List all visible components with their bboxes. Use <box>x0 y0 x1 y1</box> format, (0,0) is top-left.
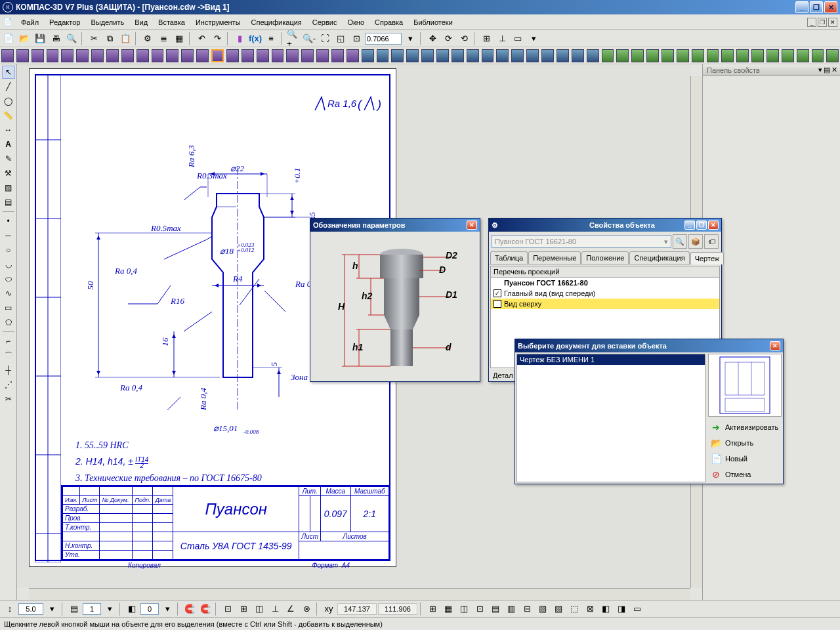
save-icon[interactable]: 💾 <box>33 32 47 46</box>
lib-btn-4[interactable] <box>61 49 74 62</box>
copy-icon[interactable]: ⧉ <box>102 32 117 46</box>
sn4-icon[interactable]: ⊥ <box>268 602 282 616</box>
lib-btn-8[interactable] <box>121 49 134 62</box>
geom-icon[interactable]: ◯ <box>2 94 15 108</box>
lib-btn-0[interactable] <box>1 49 14 62</box>
refresh-icon[interactable]: ⟲ <box>457 32 471 46</box>
seg-icon[interactable]: ─ <box>2 229 15 242</box>
insert-doc-list[interactable]: Чертеж БЕЗ ИМЕНИ 1 <box>516 354 705 482</box>
dlg-insert-close-icon[interactable]: ✕ <box>770 341 780 350</box>
menu-7[interactable]: Сервис <box>307 16 343 28</box>
dlg-props-min-icon[interactable]: _ <box>684 220 695 230</box>
paste-icon[interactable]: 📋 <box>118 32 133 46</box>
props-tab-3[interactable]: Спецификация <box>629 251 689 264</box>
props-row-2[interactable]: Вид сверху <box>491 299 719 309</box>
lib-btn-49[interactable] <box>736 49 749 62</box>
bottom-btn-10[interactable]: ⊠ <box>583 602 597 616</box>
layer-icon[interactable]: ≣ <box>156 32 171 46</box>
spline-icon[interactable]: ∿ <box>2 287 15 300</box>
lib-btn-44[interactable] <box>662 49 674 62</box>
param-icon[interactable]: ⚒ <box>2 167 15 180</box>
redo-icon[interactable]: ↷ <box>210 32 224 46</box>
menu-4[interactable]: Вставка <box>153 16 190 28</box>
bottom-btn-11[interactable]: ◧ <box>598 602 613 616</box>
bottom-btn-8[interactable]: ▨ <box>551 602 566 616</box>
fx-button[interactable]: f(x) <box>248 32 262 46</box>
dialog-parameters[interactable]: Обозначения параметров ✕ Hhh2h1 D2DD1d <box>310 218 480 382</box>
rotate-icon[interactable]: ⟳ <box>441 32 455 46</box>
lib-btn-42[interactable] <box>631 49 644 62</box>
snap-icon[interactable]: ⊞ <box>479 32 494 46</box>
lib-btn-40[interactable] <box>602 49 614 62</box>
axis-icon[interactable]: ┼ <box>2 364 15 377</box>
fillet-icon[interactable]: ⌒ <box>2 349 15 362</box>
props-opts-icon[interactable]: ▤ <box>824 66 830 74</box>
props-row-0[interactable]: Пуансон ГОСТ 16621-80 <box>491 278 719 288</box>
circle-icon[interactable]: ○ <box>2 243 15 257</box>
insert-new-button[interactable]: 📄Новый <box>708 451 782 467</box>
bottom-btn-2[interactable]: ◫ <box>457 602 471 616</box>
bottom-btn-0[interactable]: ⊞ <box>425 602 440 616</box>
aux-icon[interactable]: ⋰ <box>2 378 15 391</box>
props-row-1[interactable]: ✓Главный вид (вид спереди) <box>491 288 719 299</box>
insert-doc-item[interactable]: Чертеж БЕЗ ИМЕНИ 1 <box>517 354 705 365</box>
lib-btn-5[interactable] <box>76 49 89 62</box>
props-find-icon[interactable]: 🔍 <box>673 234 687 249</box>
lib-btn-43[interactable] <box>646 49 659 62</box>
lib-btn-7[interactable] <box>106 49 119 62</box>
mdi-close[interactable]: ✕ <box>828 18 837 27</box>
step-input[interactable] <box>18 603 43 615</box>
lib-btn-2[interactable] <box>32 49 44 62</box>
lib-btn-48[interactable] <box>721 49 734 62</box>
lib-btn-1[interactable] <box>16 49 29 62</box>
trim-icon[interactable]: ✂ <box>2 392 15 406</box>
line-icon[interactable]: ╱ <box>2 80 15 93</box>
menu-2[interactable]: Выделить <box>85 16 129 28</box>
bottom-btn-6[interactable]: ⊟ <box>520 602 534 616</box>
lib-btn-14[interactable] <box>211 49 224 62</box>
lib-btn-51[interactable] <box>766 49 779 62</box>
lib-btn-18[interactable] <box>272 49 284 62</box>
lib-btn-55[interactable] <box>826 49 839 62</box>
lib-btn-34[interactable] <box>511 49 524 62</box>
lib-btn-47[interactable] <box>707 49 719 62</box>
zoom-out-icon[interactable]: 🔍- <box>302 32 316 46</box>
select-icon[interactable]: ↖ <box>2 66 15 79</box>
var-icon[interactable]: ≡ <box>264 32 278 46</box>
lib-btn-6[interactable] <box>91 49 104 62</box>
xy-icon[interactable]: xy <box>322 602 336 616</box>
layer2-icon[interactable]: ▤ <box>67 602 81 616</box>
props-tab-4[interactable]: Чертеж <box>690 252 724 264</box>
mdi-min[interactable]: _ <box>807 18 816 27</box>
zoom-dd-icon[interactable]: ▾ <box>403 32 417 46</box>
lib-btn-16[interactable] <box>242 49 254 62</box>
lib-btn-9[interactable] <box>136 49 149 62</box>
mdi-restore[interactable]: ❐ <box>818 18 827 27</box>
lib-btn-11[interactable] <box>166 49 178 62</box>
lib-btn-22[interactable] <box>331 49 344 62</box>
lib-btn-13[interactable] <box>196 49 209 62</box>
lib-btn-29[interactable] <box>436 49 449 62</box>
zoom-fit-icon[interactable]: ◱ <box>333 32 348 46</box>
maximize-button[interactable]: ❐ <box>810 1 823 13</box>
preview-icon[interactable]: 🔍 <box>64 32 79 46</box>
menu-1[interactable]: Редактор <box>44 16 85 28</box>
lib-btn-3[interactable] <box>47 49 59 62</box>
bottom-btn-7[interactable]: ▧ <box>536 602 550 616</box>
dd4-icon[interactable]: ▾ <box>102 602 117 616</box>
measure-icon[interactable]: 📏 <box>2 109 15 122</box>
props-pin-icon[interactable]: ▾ <box>818 66 822 74</box>
bottom-btn-12[interactable]: ◨ <box>614 602 629 616</box>
corner-icon[interactable]: ⌐ <box>2 335 15 348</box>
rect-icon[interactable]: ▭ <box>2 301 15 314</box>
spec-icon[interactable]: ▤ <box>2 196 15 209</box>
lib-btn-38[interactable] <box>572 49 584 62</box>
menu-6[interactable]: Спецификация <box>246 16 307 28</box>
sn5-icon[interactable]: ∠ <box>284 602 298 616</box>
lib-btn-26[interactable] <box>391 49 404 62</box>
lib-btn-30[interactable] <box>452 49 464 62</box>
dd5-icon[interactable]: ▾ <box>160 602 175 616</box>
view-input[interactable] <box>140 603 159 615</box>
lib-btn-10[interactable] <box>152 49 164 62</box>
bottom-btn-3[interactable]: ⊡ <box>472 602 487 616</box>
